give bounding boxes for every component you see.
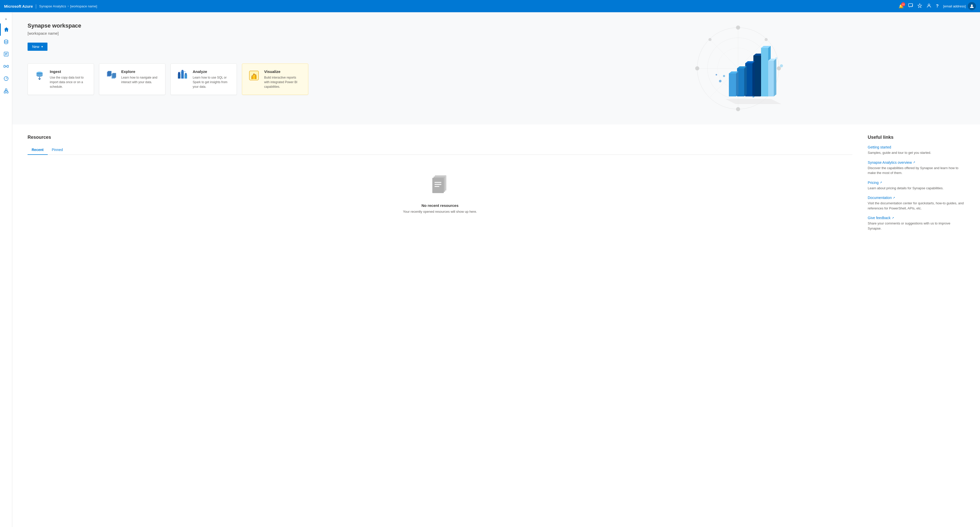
- useful-links-title: Useful links: [868, 135, 965, 140]
- help-icon[interactable]: ?: [936, 3, 939, 9]
- link-pricing[interactable]: Pricing ↗: [868, 181, 965, 185]
- svg-rect-59: [113, 73, 116, 78]
- feature-card-analyze[interactable]: Analyze Learn how to use SQL or Spark to…: [170, 63, 237, 95]
- useful-link-group-feedback: Give feedback ↗ Share your comments or s…: [868, 216, 965, 231]
- link-overview-desc: Discover the capabilities offered by Syn…: [868, 165, 965, 176]
- external-link-icon: ↗: [913, 161, 915, 164]
- link-feedback[interactable]: Give feedback ↗: [868, 216, 965, 220]
- sidebar-item-data[interactable]: [0, 36, 12, 48]
- visualize-icon: [248, 69, 260, 82]
- resources-title: Resources: [27, 135, 853, 140]
- useful-link-group-getting-started: Getting started Samples, guide and tour …: [868, 145, 965, 156]
- resources-col: Resources Recent Pinned: [27, 135, 853, 236]
- svg-rect-9: [6, 92, 8, 93]
- brand-text: Microsoft Azure: [4, 4, 33, 8]
- breadcrumb-synapse[interactable]: Synapse Analytics: [39, 4, 66, 8]
- breadcrumb-arrow: ›: [68, 4, 68, 8]
- ingest-card-text: Ingest Use the copy data tool to import …: [50, 69, 88, 89]
- user-settings-icon[interactable]: [927, 3, 931, 9]
- svg-rect-0: [908, 3, 913, 6]
- empty-state: No recent resources Your recently opened…: [27, 162, 853, 224]
- visualize-description: Build interactive reports with integrate…: [264, 75, 302, 89]
- breadcrumb: Synapse Analytics › [workspace name]: [39, 4, 97, 8]
- svg-point-23: [765, 38, 768, 41]
- svg-rect-8: [4, 92, 6, 93]
- svg-point-21: [736, 107, 740, 111]
- explore-title: Explore: [121, 69, 159, 74]
- analyze-card-text: Analyze Learn how to use SQL or Spark to…: [192, 69, 231, 89]
- useful-link-group-overview: Synapse Analytics overview ↗ Discover th…: [868, 160, 965, 176]
- explore-description: Learn how to navigate and interact with …: [121, 75, 159, 84]
- analyze-description: Learn how to use SQL or Spark to get ins…: [192, 75, 231, 89]
- svg-point-19: [736, 25, 740, 30]
- new-button[interactable]: New ▾: [27, 43, 48, 51]
- svg-rect-10: [5, 89, 7, 90]
- ingest-icon: [33, 69, 46, 82]
- hero-section: Synapse workspace [workspace name] New ▾: [12, 12, 980, 124]
- svg-point-22: [708, 38, 711, 41]
- svg-rect-6: [7, 65, 8, 67]
- link-docs-desc: Visit the documentation center for quick…: [868, 201, 965, 211]
- svg-rect-61: [181, 71, 184, 79]
- explore-card-text: Explore Learn how to navigate and intera…: [121, 69, 159, 84]
- chat-icon[interactable]: [908, 3, 913, 9]
- ingest-description: Use the copy data tool to import data on…: [50, 75, 88, 89]
- link-docs[interactable]: Documentation ↗: [868, 196, 965, 200]
- sidebar-item-develop[interactable]: [0, 48, 12, 60]
- svg-rect-69: [253, 75, 255, 79]
- avatar[interactable]: [968, 2, 976, 10]
- svg-rect-68: [251, 76, 253, 79]
- sidebar: »: [0, 12, 12, 527]
- analyze-title: Analyze: [192, 69, 231, 74]
- feature-card-visualize[interactable]: Visualize Build interactive reports with…: [242, 63, 308, 95]
- tab-recent[interactable]: Recent: [27, 145, 48, 155]
- empty-description: Your recently opened resources will show…: [403, 210, 477, 214]
- link-getting-started-desc: Samples, guide and tour to get you start…: [868, 150, 965, 156]
- topnav-actions: 🔔 11 ? [email address]: [899, 2, 976, 10]
- feature-cards: Ingest Use the copy data tool to import …: [27, 63, 965, 95]
- alert-icon[interactable]: [918, 3, 922, 9]
- sidebar-toggle[interactable]: »: [3, 14, 10, 24]
- user-info: [email address]: [943, 2, 976, 10]
- sidebar-item-home[interactable]: [0, 24, 12, 36]
- svg-rect-70: [255, 76, 256, 79]
- visualize-title: Visualize: [264, 69, 302, 74]
- chevron-down-icon: ▾: [41, 45, 43, 48]
- resources-section: Resources Recent Pinned: [12, 124, 980, 527]
- svg-rect-5: [4, 65, 5, 67]
- resources-tabs: Recent Pinned: [27, 145, 853, 155]
- brand: Microsoft Azure: [4, 4, 33, 8]
- external-link-icon-docs: ↗: [893, 196, 895, 200]
- sidebar-item-integrate[interactable]: [0, 60, 12, 73]
- svg-point-2: [971, 5, 973, 6]
- main-content: Synapse workspace [workspace name] New ▾: [12, 12, 980, 527]
- svg-point-1: [928, 4, 930, 6]
- nav-separator: |: [35, 3, 37, 9]
- svg-rect-56: [108, 71, 111, 76]
- svg-marker-29: [725, 99, 781, 104]
- svg-rect-60: [178, 73, 180, 79]
- visualize-card-text: Visualize Build interactive reports with…: [264, 69, 302, 89]
- topnav: Microsoft Azure | Synapse Analytics › [w…: [0, 0, 980, 12]
- tab-pinned[interactable]: Pinned: [48, 145, 67, 155]
- useful-links-col: Useful links Getting started Samples, gu…: [868, 135, 965, 236]
- sidebar-item-manage[interactable]: [0, 85, 12, 97]
- explore-icon: [105, 69, 117, 82]
- user-email: [email address]: [943, 4, 966, 8]
- useful-link-group-docs: Documentation ↗ Visit the documentation …: [868, 196, 965, 211]
- notification-badge: 11: [901, 2, 905, 6]
- external-link-icon-pricing: ↗: [880, 181, 882, 184]
- svg-point-65: [185, 73, 187, 75]
- empty-title: No recent resources: [422, 203, 458, 208]
- svg-point-51: [775, 57, 777, 59]
- link-feedback-desc: Share your comments or suggestions with …: [868, 221, 965, 231]
- link-getting-started[interactable]: Getting started: [868, 145, 965, 149]
- sidebar-item-monitor[interactable]: [0, 73, 12, 85]
- notifications-icon[interactable]: 🔔 11: [899, 4, 904, 9]
- link-pricing-desc: Learn about pricing details for Synapse …: [868, 186, 965, 191]
- empty-icon: [430, 173, 450, 199]
- feature-card-explore[interactable]: Explore Learn how to navigate and intera…: [99, 63, 165, 95]
- breadcrumb-workspace: [workspace name]: [70, 4, 97, 8]
- feature-card-ingest[interactable]: Ingest Use the copy data tool to import …: [27, 63, 94, 95]
- link-overview[interactable]: Synapse Analytics overview ↗: [868, 160, 965, 165]
